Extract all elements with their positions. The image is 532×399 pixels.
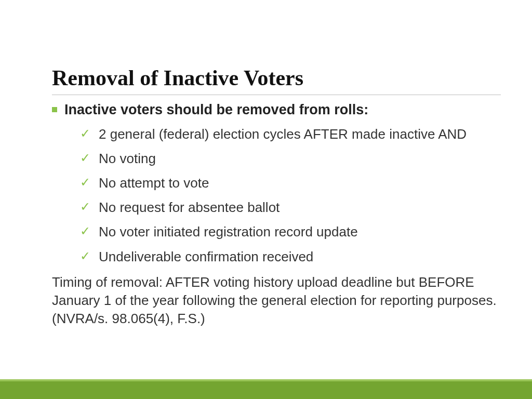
- lead-text: Inactive voters should be removed from r…: [64, 101, 368, 119]
- check-text: 2 general (federal) election cycles AFTE…: [99, 125, 467, 143]
- list-item: ✓ No voting: [80, 150, 501, 168]
- checkmark-icon: ✓: [80, 201, 91, 217]
- check-text: Undeliverable confirmation received: [99, 248, 313, 266]
- check-text: No voting: [99, 150, 156, 168]
- checkmark-icon: ✓: [80, 225, 91, 241]
- checkmark-icon: ✓: [80, 176, 91, 192]
- checkmark-icon: ✓: [80, 250, 91, 266]
- checkmark-icon: ✓: [80, 127, 91, 143]
- checkmark-icon: ✓: [80, 152, 91, 168]
- check-text: No attempt to vote: [99, 174, 209, 192]
- list-item: ✓ Undeliverable confirmation received: [80, 248, 501, 266]
- footer-stripe: [0, 381, 532, 399]
- list-item: ✓ 2 general (federal) election cycles AF…: [80, 125, 501, 143]
- bullet-level1: Inactive voters should be removed from r…: [52, 101, 501, 119]
- check-text: No request for absentee ballot: [99, 198, 280, 217]
- title-rule: [52, 95, 501, 95]
- square-bullet-icon: [52, 107, 57, 112]
- slide-body: Inactive voters should be removed from r…: [52, 99, 501, 328]
- list-item: ✓ No request for absentee ballot: [80, 198, 501, 217]
- slide-title: Removal of Inactive Voters: [52, 65, 501, 94]
- checklist: ✓ 2 general (federal) election cycles AF…: [80, 125, 501, 266]
- check-text: No voter initiated registration record u…: [99, 223, 358, 241]
- slide: Removal of Inactive Voters Inactive vote…: [0, 0, 532, 399]
- list-item: ✓ No attempt to vote: [80, 174, 501, 192]
- list-item: ✓ No voter initiated registration record…: [80, 223, 501, 241]
- paragraph: Timing of removal: AFTER voting history …: [52, 273, 501, 328]
